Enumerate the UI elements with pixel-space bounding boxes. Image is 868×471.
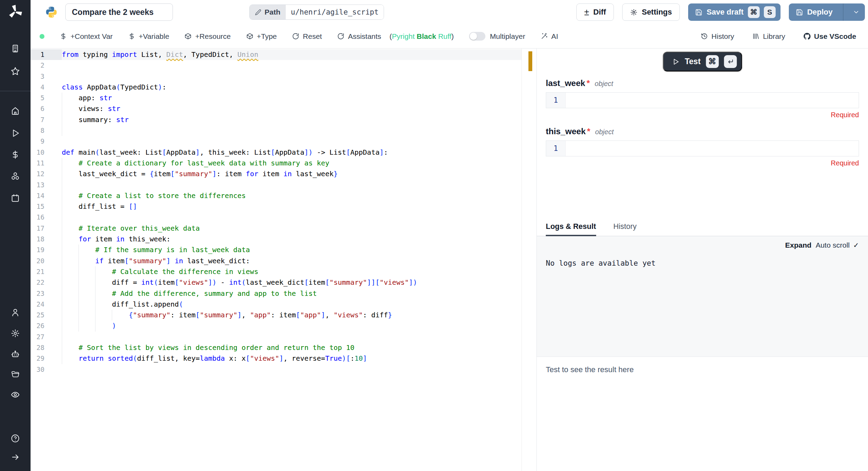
code-line: 4class AppData(TypedDict): [31, 82, 521, 93]
workers-robot-icon[interactable] [11, 350, 20, 359]
code-line: 16 [31, 212, 521, 223]
settings-button[interactable]: Settings [622, 3, 680, 21]
warning-marker [528, 51, 532, 71]
line-number-badge: 1 [546, 141, 566, 156]
reset-button[interactable]: Reset [292, 32, 322, 41]
variables-dollar-icon[interactable] [11, 150, 20, 159]
settings-gear-icon[interactable] [11, 329, 20, 338]
code-line: 15 diff_list = [] [31, 201, 521, 212]
arg-label: this_week * object [546, 127, 859, 136]
add-resource-button[interactable]: +Resource [184, 32, 231, 41]
save-icon [796, 9, 803, 16]
diff-button[interactable]: ± Diff [576, 3, 614, 21]
refresh-icon [292, 33, 299, 40]
deploy-button[interactable]: Deploy [789, 3, 865, 21]
code-line: 27 [31, 332, 521, 342]
library-button[interactable]: Library [752, 32, 785, 41]
result-placeholder: Test to see the result here [546, 365, 634, 374]
arg-input-this-week[interactable]: 1 [546, 140, 859, 156]
wand-icon [541, 33, 548, 40]
pencil-icon [255, 9, 261, 16]
code-line: 17 # Iterate over this_week data [31, 223, 521, 234]
add-context-var-button[interactable]: +Context Var [60, 32, 113, 41]
history-clock-icon [701, 33, 708, 40]
test-button[interactable]: Test ⌘ [663, 52, 742, 71]
required-message: Required [546, 111, 859, 119]
resources-boxes-icon[interactable] [11, 172, 20, 181]
deploy-separator [843, 3, 843, 21]
help-icon[interactable] [11, 434, 20, 443]
code-line: 29 return sorted(diff_list, key=lambda x… [31, 353, 521, 364]
code-line: 13 [31, 180, 521, 190]
code-line: 22 diff = int(item["views"]) - int(last_… [31, 277, 521, 288]
add-variable-button[interactable]: +Variable [128, 32, 169, 41]
ai-button[interactable]: AI [541, 32, 558, 41]
deploy-dropdown[interactable] [848, 9, 865, 16]
test-panel: Test ⌘ last_week * object [536, 49, 868, 471]
save-draft-button[interactable]: Save draft ⌘ S [688, 3, 780, 21]
path-value: u/henri/agile_script [286, 5, 384, 19]
code-editor[interactable]: 1from typing import List, Dict, TypedDic… [31, 49, 536, 471]
assistants-hint: (Pyright Black Ruff) [390, 32, 454, 41]
code-line: 7 summary: str [31, 114, 521, 125]
collapse-arrow-icon[interactable] [11, 453, 20, 462]
overview-ruler[interactable] [521, 49, 536, 471]
code-line: 12 last_week_dict = {item["summary"]: it… [31, 169, 521, 179]
code-line: 20 if item["summary"] in last_week_dict: [31, 256, 521, 266]
folders-icon[interactable] [11, 370, 20, 379]
code-line: 11 # Create a dictionary for last_week d… [31, 158, 521, 169]
add-type-button[interactable]: +Type [246, 32, 277, 41]
history-button[interactable]: History [701, 32, 734, 41]
assistants-button[interactable]: Assistants (Pyright Black Ruff) [337, 32, 454, 41]
path-label: Path [250, 5, 286, 19]
required-asterisk: * [587, 127, 590, 136]
users-person-icon[interactable] [11, 308, 20, 317]
arg-label: last_week * object [546, 78, 859, 88]
chevron-down-icon [853, 9, 860, 16]
code-line: 6 views: str [31, 103, 521, 114]
save-icon [695, 9, 702, 16]
json-editor-field[interactable] [566, 93, 859, 108]
favorites-star-icon[interactable] [11, 67, 20, 76]
path-control[interactable]: Path u/henri/agile_script [249, 5, 384, 20]
script-name-text: Compare the 2 weeks [72, 8, 153, 17]
main-column: Compare the 2 weeks Path u/henri/agile_s… [31, 0, 868, 471]
audit-eye-icon[interactable] [11, 390, 20, 399]
code-line: 5 app: str [31, 93, 521, 103]
tab-history[interactable]: History [614, 219, 637, 236]
cmd-key-badge: ⌘ [706, 55, 719, 68]
status-dot [40, 34, 44, 39]
code-lines: 1from typing import List, Dict, TypedDic… [31, 49, 536, 375]
home-icon[interactable] [11, 106, 20, 115]
schedules-calendar-icon[interactable] [11, 194, 20, 203]
refresh-icon [337, 33, 344, 40]
workspace-building-icon[interactable] [11, 44, 20, 53]
logs-controls: Expand Auto scroll ✓ [785, 241, 859, 249]
json-editor-field[interactable] [566, 141, 859, 156]
required-message: Required [546, 159, 859, 167]
code-line: 1from typing import List, Dict, TypedDic… [31, 49, 521, 60]
autoscroll-toggle[interactable]: Auto scroll ✓ [816, 241, 859, 249]
runs-play-icon[interactable] [11, 129, 20, 138]
code-line: 9 [31, 136, 521, 147]
windmill-logo-icon[interactable] [7, 3, 24, 20]
code-line: 21 # Calculate the difference in views [31, 266, 521, 277]
code-line: 24 diff_list.append( [31, 299, 521, 310]
tab-logs-result[interactable]: Logs & Result [546, 219, 596, 236]
code-line: 10def main(last_week: List[AppData], thi… [31, 147, 521, 158]
arg-input-last-week[interactable]: 1 [546, 92, 859, 108]
multiplayer-toggle[interactable] [469, 32, 485, 41]
panel-args: Test ⌘ last_week * object [537, 49, 868, 167]
script-name-input[interactable]: Compare the 2 weeks [65, 3, 173, 21]
package-icon [184, 33, 192, 40]
expand-button[interactable]: Expand [785, 241, 811, 249]
code-line: 26 ) [31, 320, 521, 331]
code-line: 28 # Sort the list by views in descendin… [31, 342, 521, 353]
topbar: Compare the 2 weeks Path u/henri/agile_s… [31, 0, 868, 24]
sidebar-divider [0, 91, 31, 91]
use-vscode-button[interactable]: Use VScode [803, 32, 856, 41]
result-area: Test to see the result here [537, 357, 868, 471]
python-language-icon [45, 6, 58, 18]
sidebar [0, 0, 31, 471]
github-icon [803, 33, 811, 40]
